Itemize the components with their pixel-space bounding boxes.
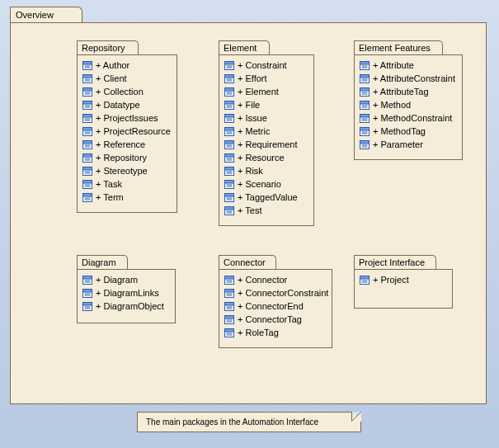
svg-rect-109 — [360, 114, 370, 117]
class-icon — [224, 87, 234, 97]
note-dogear — [351, 412, 361, 422]
class-item: + AttributeConstraint — [360, 72, 457, 85]
package-body-repository: + Author + Client + Collection + Datatyp… — [77, 54, 177, 213]
svg-rect-53 — [225, 87, 234, 91]
class-icon — [224, 127, 234, 136]
package-title: Connector — [224, 257, 266, 267]
class-item: + Requirement — [224, 138, 308, 151]
class-icon — [224, 206, 234, 215]
overview-tab: Overview — [10, 7, 82, 23]
svg-rect-93 — [360, 61, 370, 64]
class-icon — [360, 101, 370, 110]
class-label: + Collection — [96, 87, 144, 97]
class-item: + Scenario — [224, 177, 308, 191]
svg-rect-33 — [83, 167, 92, 170]
class-label: + Effort — [238, 73, 267, 83]
class-icon — [224, 315, 234, 324]
class-icon — [82, 153, 92, 163]
svg-rect-129 — [83, 302, 92, 305]
svg-rect-21 — [83, 127, 92, 130]
class-label: + Client — [96, 73, 127, 83]
class-item: + ProjectResource — [82, 125, 172, 138]
class-item: + DiagramLinks — [82, 286, 170, 299]
class-icon — [360, 74, 370, 83]
class-icon — [360, 276, 370, 285]
class-label: + TaggedValue — [238, 192, 298, 202]
class-icon — [224, 153, 234, 163]
package-tab-project-interface: Project Interface — [354, 255, 436, 270]
class-label: + ProjectResource — [96, 126, 171, 136]
class-item: + MethodConstraint — [360, 111, 457, 125]
class-label: + Reference — [96, 139, 145, 149]
class-item: + Issue — [224, 111, 308, 125]
class-label: + Constraint — [238, 60, 287, 70]
svg-rect-61 — [225, 114, 234, 117]
class-label: + DiagramLinks — [96, 288, 159, 298]
class-item: + MethodTag — [360, 125, 457, 138]
class-label: + Element — [238, 87, 279, 97]
class-label: + Parameter — [373, 139, 423, 149]
package-body-element-features: + Attribute + AttributeConstraint + Attr… — [354, 54, 463, 160]
svg-rect-101 — [360, 87, 370, 91]
class-item: + Attribute — [360, 59, 457, 72]
class-item: + Datatype — [82, 98, 172, 111]
package-body-element: + Constraint + Effort + Element + File +… — [219, 54, 314, 226]
class-item: + ConnectorTag — [224, 313, 327, 326]
class-item: + Connector — [224, 273, 327, 286]
class-icon — [224, 276, 234, 285]
class-item: + Project — [360, 273, 447, 286]
overview-panel: Overview Repository + Author + Client + … — [10, 7, 487, 404]
svg-rect-137 — [225, 289, 234, 292]
svg-rect-125 — [83, 289, 92, 292]
class-item: + TaggedValue — [224, 191, 308, 204]
overview-title: Overview — [16, 10, 54, 20]
class-label: + DiagramObject — [96, 301, 164, 311]
class-item: + Resource — [224, 151, 308, 164]
class-item: + Reference — [82, 138, 172, 151]
svg-rect-81 — [225, 180, 234, 183]
svg-rect-149 — [225, 328, 234, 332]
class-icon — [82, 87, 92, 97]
svg-rect-17 — [83, 114, 92, 117]
svg-rect-145 — [225, 315, 234, 318]
svg-rect-9 — [83, 87, 92, 91]
package-title: Element — [224, 43, 257, 53]
svg-rect-85 — [225, 193, 234, 196]
class-item: + Repository — [82, 151, 172, 164]
svg-rect-5 — [83, 74, 92, 78]
class-label: + Issue — [238, 113, 267, 123]
class-item: + Diagram — [82, 273, 170, 286]
class-item: + DiagramObject — [82, 299, 170, 313]
class-label: + File — [238, 100, 260, 110]
class-label: + Datatype — [96, 100, 140, 110]
class-label: + Task — [96, 179, 122, 189]
svg-rect-153 — [360, 276, 370, 279]
class-label: + AttributeTag — [373, 87, 429, 97]
class-label: + Repository — [96, 153, 147, 163]
class-label: + ConnectorTag — [238, 314, 302, 324]
svg-rect-105 — [360, 101, 370, 104]
class-icon — [224, 328, 234, 337]
svg-rect-89 — [225, 206, 234, 210]
svg-rect-49 — [225, 74, 234, 78]
class-item: + Parameter — [360, 138, 457, 151]
class-item: + Constraint — [224, 59, 308, 72]
class-icon — [224, 114, 234, 123]
class-label: + Risk — [238, 166, 263, 176]
class-icon — [82, 61, 92, 70]
class-item: + Author — [82, 59, 172, 72]
class-item: + Term — [82, 191, 172, 204]
class-item: + RoleTag — [224, 326, 327, 339]
svg-rect-113 — [360, 127, 370, 130]
class-item: + ConnectorEnd — [224, 299, 327, 313]
class-icon — [360, 127, 370, 136]
class-item: + Risk — [224, 164, 308, 177]
class-icon — [224, 302, 234, 311]
svg-rect-97 — [360, 74, 370, 78]
package-tab-element: Element — [219, 40, 270, 55]
package-tab-repository: Repository — [77, 40, 139, 55]
svg-rect-69 — [225, 140, 234, 144]
class-label: + Test — [238, 205, 261, 215]
package-tab-element-features: Element Features — [354, 40, 443, 55]
class-label: + Diagram — [96, 275, 138, 285]
